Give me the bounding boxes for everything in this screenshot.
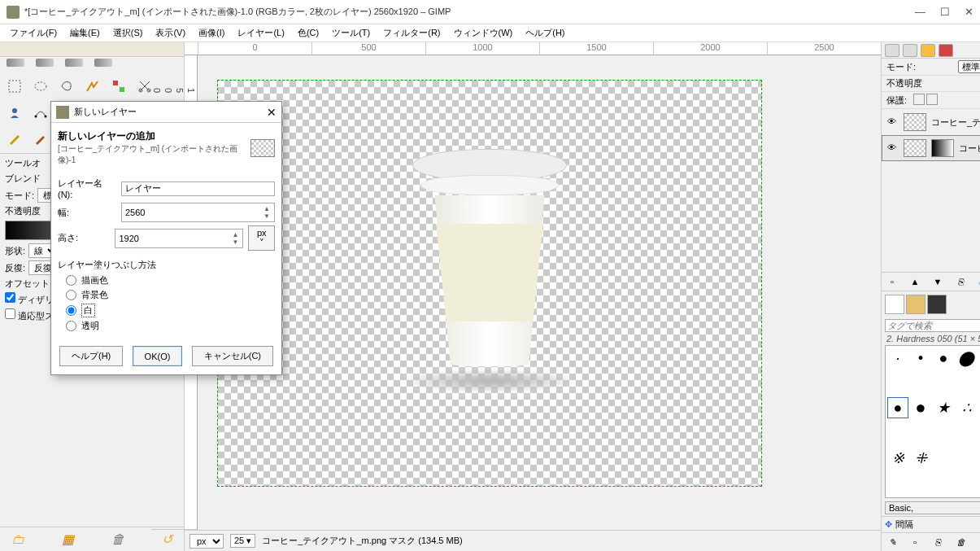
unit-dropdown[interactable]: px ˅	[248, 225, 275, 251]
fuzzy-select-tool[interactable]	[83, 77, 102, 96]
fill-transparent-radio[interactable]: 透明	[66, 320, 275, 332]
layers-tab-icon[interactable]	[885, 44, 899, 57]
close-button[interactable]: ✕	[965, 6, 973, 18]
move-icon[interactable]: ✥	[885, 519, 892, 530]
right-dock: ◂ モード: 標準 不透明度 100.0 保護: 👁 コーヒー_テイクアウト 👁…	[881, 42, 980, 551]
height-label: 高さ:	[58, 232, 110, 244]
free-select-tool[interactable]	[57, 77, 76, 96]
layer-name: コーヒー_テイクアウト	[931, 116, 980, 129]
fill-foreground-radio[interactable]: 描画色	[66, 274, 275, 286]
box-icon[interactable]: ▦	[62, 531, 74, 547]
rect-select-tool[interactable]	[5, 77, 24, 96]
cancel-button[interactable]: キャンセル(C)	[192, 346, 273, 366]
foreground-select-tool[interactable]	[5, 103, 24, 122]
visibility-icon[interactable]: 👁	[887, 142, 899, 154]
menu-view[interactable]: 表示(V)	[149, 25, 192, 41]
pencil-tool[interactable]	[5, 129, 24, 148]
brushes-tab-icon[interactable]	[885, 295, 904, 314]
brush-preset-select[interactable]: Basic,	[885, 501, 980, 514]
brushes-panel: ◂ 2. Hardness 050 (51 × 51) ·•●⬤● ∘●●★ ∴…	[882, 291, 980, 551]
visibility-icon[interactable]: 👁	[887, 116, 899, 128]
menu-layer[interactable]: レイヤー(L)	[231, 25, 290, 41]
dialog-icon	[56, 106, 69, 119]
channels-tab-icon[interactable]	[903, 44, 917, 57]
new-brush-icon[interactable]: ▫	[909, 536, 921, 548]
app-icon	[7, 6, 20, 19]
edit-brush-icon[interactable]: ✎	[886, 536, 898, 548]
menu-select[interactable]: 選択(S)	[107, 25, 150, 41]
raise-layer-icon[interactable]: ▲	[909, 276, 921, 287]
svg-rect-3	[120, 87, 124, 92]
brush-search-input[interactable]	[885, 319, 980, 332]
new-layer-dialog: 新しいレイヤー ✕ 新しいレイヤーの追加 [コーヒー_テイクアウト_m] (イン…	[50, 101, 282, 375]
dialog-close-button[interactable]: ✕	[267, 106, 277, 119]
layer-name-label: レイヤー名(N):	[58, 177, 116, 199]
menu-filters[interactable]: フィルター(R)	[377, 25, 446, 41]
undo-tab-icon[interactable]	[921, 44, 935, 57]
width-input[interactable]	[125, 205, 263, 220]
viewport[interactable]	[198, 55, 881, 530]
layer-item[interactable]: 👁 コーヒー_テイクアウト	[882, 109, 980, 135]
fill-type-label: レイヤー塗りつぶし方法	[58, 259, 275, 271]
lock-alpha-icon[interactable]	[926, 94, 938, 105]
height-input[interactable]	[119, 231, 231, 246]
lock-label: 保護:	[886, 94, 907, 107]
layer-name-input[interactable]	[121, 181, 275, 196]
menu-window[interactable]: ウィンドウ(W)	[447, 25, 520, 41]
brush-info-label: 2. Hardness 050 (51 × 51)	[882, 334, 980, 343]
layers-list: 👁 コーヒー_テイクアウト 👁 コーヒー_テ	[882, 109, 980, 272]
menu-edit[interactable]: 編集(E)	[63, 25, 107, 41]
layers-toolbar: ▫ ▲ ▼ ⎘ ⚓ 🗑	[882, 272, 980, 291]
minimize-button[interactable]: —	[915, 6, 926, 18]
zoom-select[interactable]: 25 ▾	[230, 534, 255, 548]
patterns-tab-icon[interactable]	[906, 295, 926, 314]
brush-panel-tabs: ◂	[882, 291, 980, 317]
brushes-toolbar: ✎ ▫ ⎘ 🗑 ⟳	[882, 532, 980, 551]
menu-tools[interactable]: ツール(T)	[325, 25, 377, 41]
menu-bar: ファイル(F) 編集(E) 選択(S) 表示(V) 画像(I) レイヤー(L) …	[0, 24, 980, 42]
paths-tool[interactable]	[31, 103, 50, 122]
fill-white-radio[interactable]: 白	[66, 304, 275, 317]
blend-mode-select[interactable]: 標準	[958, 60, 980, 73]
svg-point-8	[45, 116, 47, 118]
paintbrush-tool[interactable]	[31, 129, 50, 148]
maximize-button[interactable]: ☐	[940, 6, 950, 18]
ellipse-select-tool[interactable]	[31, 77, 50, 96]
new-layer-icon[interactable]: ▫	[886, 276, 898, 287]
lower-layer-icon[interactable]: ▼	[932, 276, 943, 287]
lock-pixels-icon[interactable]	[913, 94, 925, 105]
opacity-label: 不透明度	[5, 205, 41, 217]
duplicate-layer-icon[interactable]: ⎘	[955, 276, 966, 287]
horizontal-ruler: 05001000150020002500	[185, 42, 881, 55]
trash-icon[interactable]: 🗑	[111, 532, 124, 547]
mode-label: モード:	[5, 190, 34, 202]
layer-item[interactable]: 👁 コーヒー_テ	[882, 135, 980, 161]
spacing-label: 間隔	[895, 518, 980, 531]
menu-help[interactable]: ヘルプ(H)	[519, 25, 571, 41]
reset-icon[interactable]: ↺	[162, 531, 172, 547]
paths-tab-icon[interactable]	[939, 44, 953, 57]
dialog-heading: 新しいレイヤーの追加	[58, 129, 250, 143]
help-button[interactable]: ヘルプ(H)	[59, 346, 123, 366]
toolbox-bottom-icons: 🗀 ▦ 🗑 ↺	[0, 527, 184, 551]
svg-rect-0	[9, 81, 20, 92]
svg-point-6	[12, 108, 17, 113]
ok-button[interactable]: OK(O)	[133, 346, 183, 366]
menu-color[interactable]: 色(C)	[291, 25, 325, 41]
image-content	[396, 149, 583, 393]
fill-background-radio[interactable]: 背景色	[66, 289, 275, 301]
delete-brush-icon[interactable]: 🗑	[955, 536, 966, 548]
menu-file[interactable]: ファイル(F)	[3, 25, 63, 41]
status-bar: px 25 ▾ コーヒー_テイクアウト_m.png マスク (134.5 MB)	[185, 530, 881, 551]
by-color-select-tool[interactable]	[109, 77, 128, 96]
layer-mask-thumbnail	[931, 139, 954, 157]
canvas[interactable]	[217, 80, 762, 487]
layer-name: コーヒー_テ	[959, 142, 980, 155]
gradients-tab-icon[interactable]	[927, 295, 947, 314]
folder-icon[interactable]: 🗀	[11, 532, 24, 547]
brushes-grid[interactable]: ·•●⬤● ∘●●★ ∴⁂⁑※⁜	[885, 345, 980, 498]
duplicate-brush-icon[interactable]: ⎘	[932, 536, 943, 548]
svg-point-1	[35, 82, 46, 90]
unit-select[interactable]: px	[189, 534, 224, 549]
menu-image[interactable]: 画像(I)	[192, 25, 231, 41]
